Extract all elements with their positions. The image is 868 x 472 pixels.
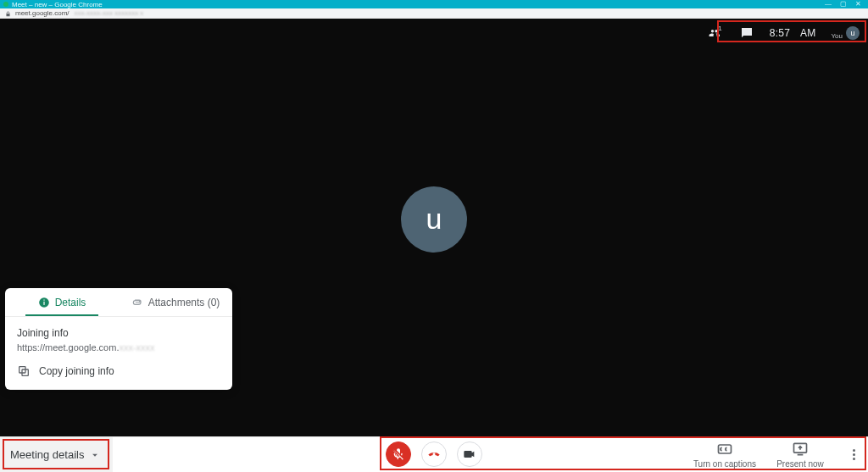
meeting-details-button[interactable]: Meeting details [0,437,113,473]
self-avatar-small[interactable]: u [846,26,860,40]
present-button[interactable]: Present now [775,441,826,469]
stage-top-toolbar: 1 8:57 AM You u [704,22,865,44]
tab-favicon [3,2,8,7]
url-host: meet.google.com/ [15,9,70,17]
captions-button[interactable]: Turn on captions [693,441,756,469]
hangup-button[interactable] [421,441,447,467]
url-path-redacted: xxx-xxxx-xxx xxxxxxx x [75,9,144,17]
participants-icon[interactable]: 1 [709,25,724,41]
copy-joining-info-button[interactable]: Copy joining info [17,364,220,378]
microphone-toggle-button[interactable] [386,441,411,467]
svg-rect-2 [43,299,44,300]
more-options-button[interactable] [844,449,863,460]
call-controls [386,441,482,467]
attachment-icon [131,297,143,308]
you-label: You [832,32,843,40]
bottom-toolbar: Meeting details Turn on captions Present… [0,436,868,472]
avatar-letter: u [426,203,442,236]
tab-attachments[interactable]: Attachments (0) [119,288,232,316]
svg-rect-1 [43,301,44,304]
present-icon [792,441,809,458]
copy-icon [17,364,31,378]
chevron-down-icon [89,449,101,461]
participants-count: 1 [718,25,721,32]
window-minimize-icon[interactable]: — [825,0,832,8]
clock: 8:57 AM [770,27,816,39]
window-titlebar: Meet – new – Google Chrome — ▢ ✕ [0,0,868,8]
meeting-details-panel: Details Attachments (0) Joining info htt… [5,288,232,390]
address-bar[interactable]: meet.google.com/ xxx-xxxx-xxx xxxxxxx x [0,8,868,19]
window-title: Meet – new – Google Chrome [12,1,103,8]
window-maximize-icon[interactable]: ▢ [840,0,847,8]
captions-icon [716,441,733,458]
joining-link: https://meet.google.com.xxx-xxxx [17,342,220,353]
joining-info-label: Joining info [17,327,220,339]
window-close-icon[interactable]: ✕ [855,0,861,8]
chat-icon[interactable] [739,25,754,41]
tab-details[interactable]: Details [5,288,119,316]
info-icon [38,297,50,308]
lock-icon [5,11,10,16]
participant-avatar: u [401,186,467,253]
camera-toggle-button[interactable] [457,441,482,467]
video-stage: 1 8:57 AM You u u Details Attachments (0… [0,19,868,436]
